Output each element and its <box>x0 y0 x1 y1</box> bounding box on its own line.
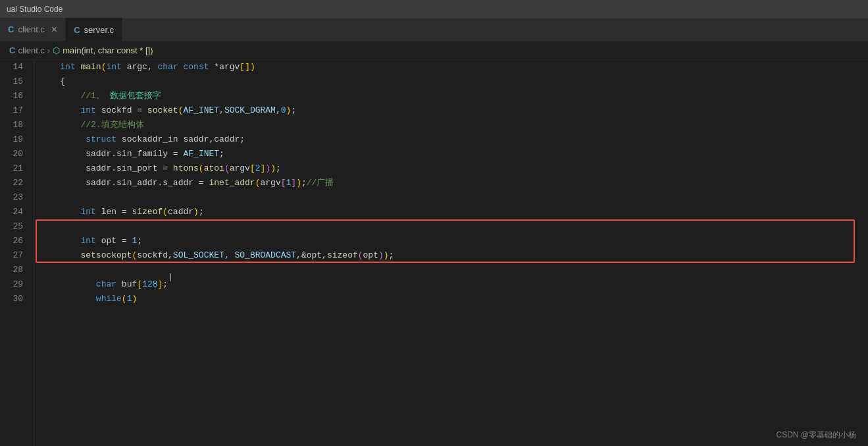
ln-28: 28 <box>7 263 23 277</box>
title-bar: ual Studio Code <box>0 0 868 18</box>
breadcrumb-file[interactable]: client.c <box>18 45 44 55</box>
tab-client-close[interactable]: × <box>51 24 57 36</box>
code-content[interactable]: int main(int argc, char const *argv[]) {… <box>34 60 868 446</box>
ln-21: 21 <box>7 161 23 176</box>
ln-22: 22 <box>7 176 23 190</box>
tab-client[interactable]: C client.c × <box>0 18 66 41</box>
code-line-24: int len = sizeof(caddr); <box>39 205 868 219</box>
breadcrumb: C client.c › ⬡ main(int, char const * []… <box>0 42 868 60</box>
ln-30: 30 <box>7 292 23 306</box>
code-line-15: { <box>39 74 868 89</box>
ln-17: 17 <box>7 103 23 118</box>
ln-18: 18 <box>7 118 23 132</box>
breadcrumb-func-icon: ⬡ <box>53 45 60 55</box>
code-line-18: //2.填充结构体 <box>39 118 868 132</box>
breadcrumb-sep: › <box>47 45 50 55</box>
ln-19: 19 <box>7 132 23 147</box>
ln-29: 29 <box>7 277 23 292</box>
ln-23: 23 <box>7 190 23 205</box>
line-numbers: 14 15 16 17 18 19 20 21 22 23 24 25 26 2… <box>0 60 34 446</box>
code-line-19: struct sockaddr_in saddr,caddr; <box>39 132 868 147</box>
ln-15: 15 <box>7 74 23 89</box>
breadcrumb-func[interactable]: main(int, char const * []) <box>63 45 153 55</box>
watermark: CSDN @零基础的小杨 <box>776 430 856 441</box>
tab-client-icon: C <box>8 24 14 34</box>
code-line-30: while(1) <box>39 292 868 306</box>
tab-server-icon: C <box>74 25 80 35</box>
code-line-17: int sockfd = socket(AF_INET,SOCK_DGRAM,0… <box>39 103 868 118</box>
code-line-29: char buf[128];| <box>39 277 868 292</box>
code-line-25 <box>39 219 868 234</box>
ln-16: 16 <box>7 89 23 103</box>
title-bar-text: ual Studio Code <box>7 5 63 14</box>
tab-client-label: client.c <box>18 24 44 34</box>
ln-25: 25 <box>7 219 23 234</box>
code-line-16: //1。 数据包套接字 <box>39 89 868 103</box>
breadcrumb-file-icon: C <box>9 45 15 55</box>
ln-27: 27 <box>7 248 23 263</box>
code-line-26: int opt = 1; <box>39 234 868 248</box>
tab-server-label: server.c <box>84 25 115 35</box>
code-line-28 <box>39 263 868 277</box>
ln-26: 26 <box>7 234 23 248</box>
ln-20: 20 <box>7 147 23 161</box>
code-line-14: int main(int argc, char const *argv[]) <box>39 60 868 74</box>
code-line-21: saddr.sin_port = htons(atoi(argv[2])); <box>39 161 868 176</box>
code-line-23 <box>39 190 868 205</box>
editor: 14 15 16 17 18 19 20 21 22 23 24 25 26 2… <box>0 60 868 446</box>
tab-server[interactable]: C server.c <box>66 18 122 41</box>
ln-24: 24 <box>7 205 23 219</box>
code-line-20: saddr.sin_family = AF_INET; <box>39 147 868 161</box>
code-line-22: saddr.sin_addr.s_addr = inet_addr(argv[1… <box>39 176 868 190</box>
ln-14: 14 <box>7 60 23 74</box>
code-line-27: setsockopt(sockfd,SOL_SOCKET, SO_BROADCA… <box>39 248 868 263</box>
tab-bar: C client.c × C server.c <box>0 18 868 42</box>
